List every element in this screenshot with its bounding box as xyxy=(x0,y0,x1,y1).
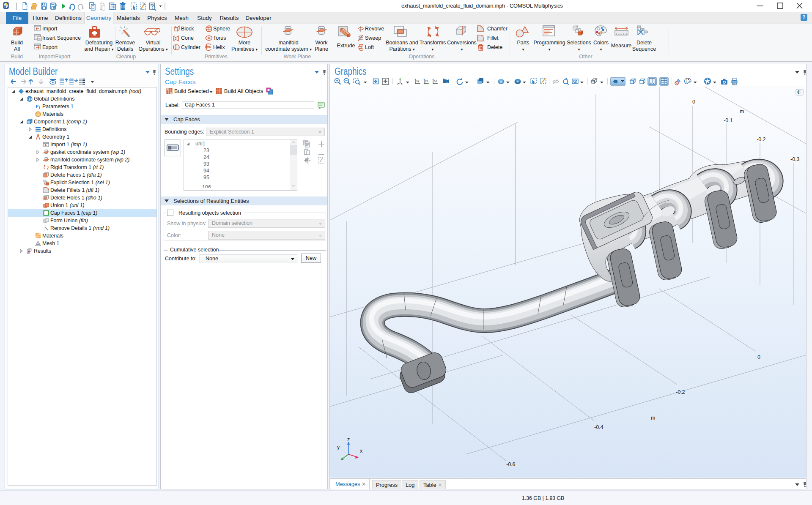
svg-text:P: P xyxy=(36,104,38,109)
svg-text:-0.6: -0.6 xyxy=(506,461,516,467)
svg-text:z: z xyxy=(347,437,350,442)
svg-text:0: 0 xyxy=(692,99,695,105)
svg-text:-0.1: -0.1 xyxy=(724,117,733,123)
svg-text:y: y xyxy=(337,444,340,450)
svg-text:m: m xyxy=(651,415,655,421)
svg-text:-0.2: -0.2 xyxy=(757,136,766,142)
svg-text:x: x xyxy=(360,448,363,454)
svg-text:-0.4: -0.4 xyxy=(594,424,604,430)
svg-text:0: 0 xyxy=(757,354,760,360)
svg-text:yz: yz xyxy=(425,79,428,82)
svg-text:xz: xz xyxy=(434,79,437,82)
svg-text:-0.3: -0.3 xyxy=(790,156,800,162)
svg-text:-0.2: -0.2 xyxy=(676,389,685,395)
svg-text:m: m xyxy=(740,109,744,115)
svg-text:xy: xy xyxy=(416,79,420,82)
